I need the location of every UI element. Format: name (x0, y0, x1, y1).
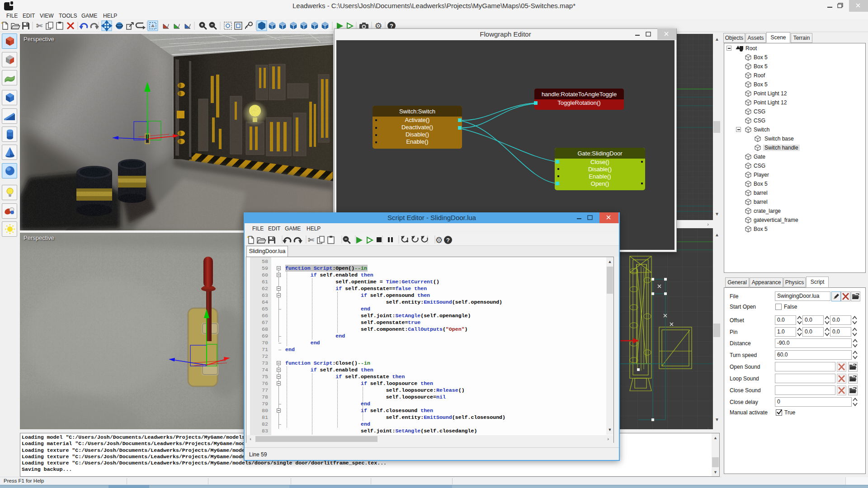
svg-text:?: ? (446, 237, 450, 244)
svg-text:✄: ✄ (36, 22, 42, 30)
svg-text:✄: ✄ (308, 236, 314, 244)
svg-text:⚙: ⚙ (435, 235, 443, 245)
